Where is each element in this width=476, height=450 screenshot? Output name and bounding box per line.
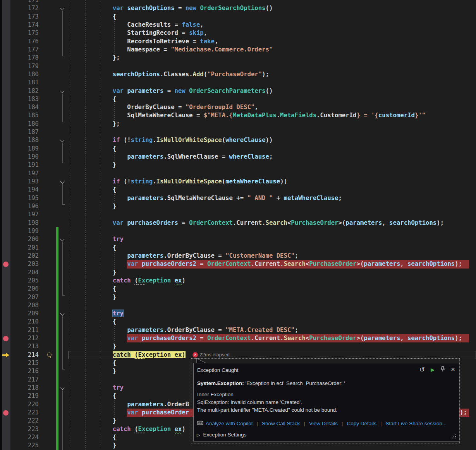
code-text[interactable]: } bbox=[69, 269, 116, 277]
code-text[interactable]: { bbox=[69, 359, 116, 367]
code-text[interactable]: parameters.OrderByClause = "CustomerName… bbox=[69, 252, 298, 260]
lightbulb-icon[interactable] bbox=[47, 352, 52, 357]
code-line[interactable]: 176 RecordsToRetrieve = take, bbox=[0, 38, 476, 46]
code-line[interactable]: 191 } bbox=[0, 161, 476, 169]
code-text[interactable]: { bbox=[69, 244, 116, 252]
code-line[interactable]: 179 bbox=[0, 62, 476, 70]
code-text[interactable]: } bbox=[69, 202, 116, 210]
code-text[interactable]: var searchOptions = new OrderSearchOptio… bbox=[69, 4, 273, 12]
code-line[interactable]: 184 OrderByClause = "OrderGroupId DESC", bbox=[0, 103, 476, 111]
code-line[interactable]: 188 if (!string.IsNullOrWhiteSpace(where… bbox=[0, 136, 476, 144]
code-line[interactable]: 208 bbox=[0, 301, 476, 310]
code-text[interactable]: { bbox=[69, 145, 116, 153]
code-text[interactable]: { bbox=[69, 285, 116, 293]
close-icon[interactable]: × bbox=[451, 366, 455, 373]
code-line[interactable]: 211 parameters.OrderByClause = "META.Cre… bbox=[0, 326, 476, 334]
code-text[interactable]: RecordsToRetrieve = take, bbox=[69, 38, 218, 46]
code-line[interactable]: 172 var searchOptions = new OrderSearchO… bbox=[0, 4, 476, 12]
code-line[interactable]: 173 { bbox=[0, 13, 476, 21]
code-text[interactable]: SqlMetaWhereClause = $"META.{MetaDataPlu… bbox=[69, 111, 426, 120]
code-line[interactable]: 198 var purchaseOrders = OrderContext.Cu… bbox=[0, 219, 476, 227]
code-line[interactable]: 212 var purchaseOrders2 = OrderContext.C… bbox=[0, 334, 476, 342]
code-text[interactable]: OrderByClause = "OrderGroupId DESC", bbox=[69, 103, 258, 111]
code-text[interactable]: var purchaseOrders2 = OrderContext.Curre… bbox=[69, 334, 462, 342]
code-line[interactable]: 200 try bbox=[0, 235, 476, 243]
code-line[interactable]: 207 } bbox=[0, 293, 476, 301]
code-line[interactable]: 203 var purchaseOrders2 = OrderContext.C… bbox=[0, 260, 476, 268]
code-line[interactable]: 181 bbox=[0, 79, 476, 87]
code-text[interactable]: catch (Exception ex) bbox=[69, 351, 186, 359]
exception-settings-expander[interactable]: ▷Exception Settings bbox=[197, 432, 246, 438]
code-text[interactable]: searchOptions.Classes.Add("PurchaseOrder… bbox=[69, 70, 269, 79]
code-line[interactable]: 189 { bbox=[0, 145, 476, 153]
copy-details-link[interactable]: Copy Details bbox=[347, 421, 376, 426]
code-line[interactable]: 178 }; bbox=[0, 54, 476, 62]
code-text[interactable]: } bbox=[69, 367, 116, 375]
code-text[interactable]: } bbox=[69, 293, 116, 301]
code-text[interactable]: if (!string.IsNullOrWhiteSpace(whereClau… bbox=[69, 136, 273, 144]
code-line[interactable]: 195 parameters.SqlMetaWhereClause += " A… bbox=[0, 194, 476, 202]
code-line[interactable]: 199 bbox=[0, 227, 476, 235]
code-line[interactable]: 175 StartingRecord = skip, bbox=[0, 29, 476, 37]
code-text[interactable]: }; bbox=[69, 120, 120, 128]
code-line[interactable]: 210 { bbox=[0, 318, 476, 326]
play-icon[interactable]: ▶ bbox=[431, 367, 435, 372]
code-text[interactable]: { bbox=[69, 186, 116, 194]
code-text[interactable]: try bbox=[69, 384, 124, 392]
code-line[interactable]: 193 if (!string.IsNullOrWhiteSpace(metaW… bbox=[0, 178, 476, 186]
fold-chevron-icon[interactable] bbox=[60, 6, 64, 10]
code-line[interactable]: 183 { bbox=[0, 95, 476, 103]
code-line[interactable]: 187 bbox=[0, 128, 476, 136]
code-text[interactable]: var purchaseOrders2 = OrderContext.Curre… bbox=[69, 260, 462, 268]
code-text[interactable]: catch (Exception ex) bbox=[69, 277, 186, 285]
code-line[interactable]: 194 { bbox=[0, 186, 476, 194]
code-text[interactable]: catch (Exception ex) bbox=[69, 425, 186, 433]
code-text[interactable]: }; bbox=[69, 54, 120, 62]
code-line[interactable]: 206 { bbox=[0, 285, 476, 293]
code-text[interactable]: { bbox=[69, 13, 116, 21]
breakpoint-icon[interactable] bbox=[3, 262, 9, 267]
code-text[interactable]: try bbox=[69, 310, 124, 318]
code-text[interactable]: parameters.SqlMetaWhereClause += " AND "… bbox=[69, 194, 342, 202]
code-line[interactable]: 205 catch (Exception ex) bbox=[0, 277, 476, 285]
code-line[interactable]: 202 parameters.OrderByClause = "Customer… bbox=[0, 252, 476, 260]
code-text[interactable]: if (!string.IsNullOrWhiteSpace(metaWhere… bbox=[69, 178, 287, 186]
code-text[interactable]: { bbox=[69, 392, 116, 400]
breakpoint-icon[interactable] bbox=[3, 410, 9, 416]
code-line[interactable]: 213 } bbox=[0, 342, 476, 351]
resize-grip[interactable] bbox=[452, 435, 456, 439]
code-line[interactable]: 171 bbox=[0, 0, 476, 4]
code-line[interactable]: 201 { bbox=[0, 244, 476, 252]
code-line[interactable]: 204 } bbox=[0, 269, 476, 277]
code-text[interactable]: CacheResults = false, bbox=[69, 21, 204, 29]
history-icon[interactable]: ↺ bbox=[419, 366, 425, 373]
code-text[interactable]: { bbox=[69, 318, 116, 326]
code-line[interactable]: 190 parameters.SqlWhereClause = whereCla… bbox=[0, 153, 476, 161]
code-line[interactable]: 180 searchOptions.Classes.Add("PurchaseO… bbox=[0, 70, 476, 79]
fold-chevron-icon[interactable] bbox=[60, 179, 64, 183]
code-text[interactable]: parameters.OrderB bbox=[69, 400, 189, 409]
code-line[interactable]: 185 SqlMetaWhereClause = $"META.{MetaDat… bbox=[0, 111, 476, 120]
pin-icon[interactable] bbox=[440, 366, 445, 373]
code-line[interactable]: 197 bbox=[0, 210, 476, 219]
show-call-stack-link[interactable]: Show Call Stack bbox=[262, 421, 300, 426]
code-text[interactable]: var purchaseOrder bbox=[69, 409, 189, 417]
code-line[interactable]: 214 catch (Exception ex) bbox=[0, 351, 476, 359]
breakpoint-icon[interactable] bbox=[3, 336, 9, 341]
code-line[interactable]: 186 }; bbox=[0, 120, 476, 128]
code-line[interactable]: 174 CacheResults = false, bbox=[0, 21, 476, 29]
code-text[interactable]: Namespace = "Mediachase.Commerce.Orders" bbox=[69, 46, 273, 54]
code-text[interactable]: var parameters = new OrderSearchParamete… bbox=[69, 87, 273, 95]
code-text[interactable]: } bbox=[69, 441, 116, 450]
code-line[interactable]: 196 } bbox=[0, 202, 476, 210]
code-text[interactable]: } bbox=[69, 342, 116, 351]
code-text[interactable]: try bbox=[69, 235, 124, 243]
fold-chevron-icon[interactable] bbox=[60, 385, 64, 390]
fold-chevron-icon[interactable] bbox=[60, 237, 64, 241]
perf-tip[interactable]: × 22ms elapsed bbox=[192, 351, 230, 359]
code-line[interactable]: 209 try bbox=[0, 310, 476, 318]
code-text[interactable]: parameters.OrderByClause = "META.Created… bbox=[69, 326, 298, 334]
code-text[interactable]: { bbox=[69, 433, 116, 441]
fold-chevron-icon[interactable] bbox=[60, 89, 64, 93]
code-line[interactable]: 192 bbox=[0, 169, 476, 178]
